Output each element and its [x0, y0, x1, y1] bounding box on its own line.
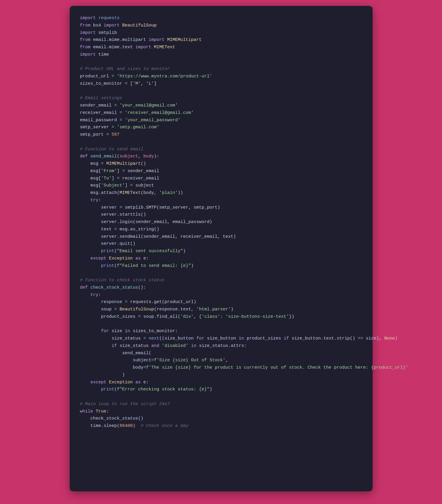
code-editor-window: import requests from bs4 import Beautifu… [70, 6, 373, 491]
code-content: import requests from bs4 import Beautifu… [80, 15, 362, 430]
